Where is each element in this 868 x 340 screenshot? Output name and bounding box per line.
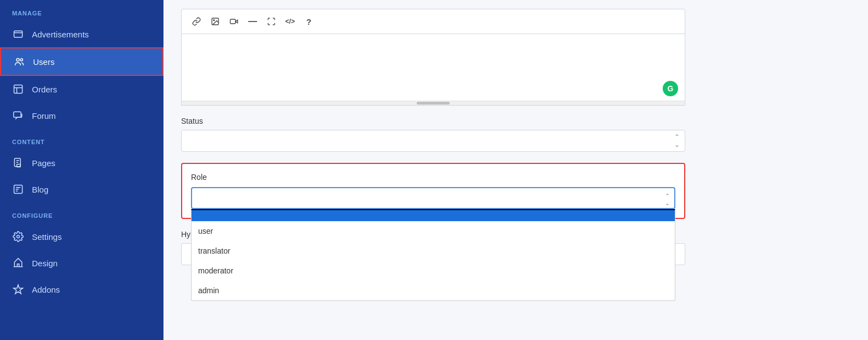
grammarly-button[interactable]: G	[663, 81, 678, 96]
video-button[interactable]	[226, 14, 242, 29]
divider-button[interactable]: —	[244, 14, 261, 29]
editor-content[interactable]	[182, 34, 685, 101]
editor-toolbar: — </> ?	[181, 9, 685, 34]
sidebar-item-users[interactable]: Users	[0, 47, 163, 76]
sidebar-item-design[interactable]: Design	[0, 250, 163, 276]
status-label: Status	[181, 117, 685, 125]
editor-scrollbar	[182, 101, 685, 105]
pages-icon	[12, 157, 24, 169]
addons-icon	[12, 283, 24, 295]
role-select-wrapper: ⌃⌄ user translator moderator admin	[191, 187, 675, 209]
design-icon	[12, 257, 24, 269]
sidebar-item-forum-label: Forum	[32, 111, 56, 120]
role-select-box[interactable]: ⌃⌄	[191, 187, 675, 209]
content-section-label: CONTENT	[0, 129, 163, 150]
grammarly-label: G	[668, 84, 674, 93]
sidebar-item-addons-label: Addons	[32, 285, 60, 294]
main-content: — </> ? G Status ⌃⌄ Role	[163, 0, 868, 340]
sidebar-item-addons[interactable]: Addons	[0, 276, 163, 303]
role-option-translator[interactable]: translator	[192, 241, 675, 261]
sidebar-item-settings[interactable]: Settings	[0, 223, 163, 250]
forum-icon	[12, 109, 24, 122]
role-option-admin[interactable]: admin	[192, 281, 675, 300]
status-select-wrapper: ⌃⌄	[181, 130, 685, 152]
role-label: Role	[191, 173, 675, 182]
sidebar-item-orders[interactable]: Orders	[0, 76, 163, 102]
image-button[interactable]	[207, 14, 223, 29]
sidebar-item-pages-label: Pages	[32, 158, 56, 168]
link-button[interactable]	[188, 14, 205, 29]
svg-rect-5	[14, 112, 21, 117]
svg-rect-12	[230, 19, 235, 24]
sidebar-item-forum[interactable]: Forum	[0, 102, 163, 129]
sidebar: MANAGE Advertisements Users Orders Forum…	[0, 0, 163, 340]
sidebar-item-advertisements-label: Advertisements	[32, 30, 89, 39]
sidebar-item-blog[interactable]: Blog	[0, 176, 163, 202]
svg-point-3	[20, 59, 23, 61]
svg-rect-0	[14, 31, 23, 37]
sidebar-item-advertisements[interactable]: Advertisements	[0, 21, 163, 47]
fullscreen-button[interactable]	[263, 14, 280, 29]
sidebar-item-design-label: Design	[32, 259, 58, 268]
help-button[interactable]: ?	[301, 14, 317, 29]
sidebar-item-blog-label: Blog	[32, 185, 48, 194]
svg-rect-7	[17, 164, 21, 167]
status-select[interactable]	[181, 130, 685, 152]
role-section: Role ⌃⌄ user translator moderator admin	[181, 163, 685, 219]
sidebar-item-orders-label: Orders	[32, 85, 57, 94]
manage-section-label: MANAGE	[0, 0, 163, 21]
sidebar-item-pages[interactable]: Pages	[0, 150, 163, 176]
svg-point-2	[17, 58, 19, 61]
configure-section-label: CONFIGURE	[0, 202, 163, 223]
orders-icon	[12, 83, 24, 95]
users-icon	[13, 56, 25, 68]
editor-area: G	[181, 34, 685, 106]
svg-rect-4	[14, 85, 23, 94]
role-dropdown: user translator moderator admin	[191, 209, 675, 301]
settings-icon	[12, 231, 24, 243]
role-option-empty[interactable]	[192, 210, 675, 221]
ad-icon	[12, 28, 24, 40]
role-option-moderator[interactable]: moderator	[192, 261, 675, 281]
sidebar-item-settings-label: Settings	[32, 232, 62, 242]
sidebar-item-users-label: Users	[33, 57, 54, 67]
svg-point-11	[214, 20, 215, 21]
editor-scrollbar-thumb	[417, 102, 450, 105]
blog-icon	[12, 183, 24, 195]
role-select-arrows: ⌃⌄	[665, 193, 670, 207]
source-button[interactable]: </>	[282, 14, 298, 29]
svg-point-9	[17, 235, 20, 238]
role-option-user[interactable]: user	[192, 221, 675, 241]
